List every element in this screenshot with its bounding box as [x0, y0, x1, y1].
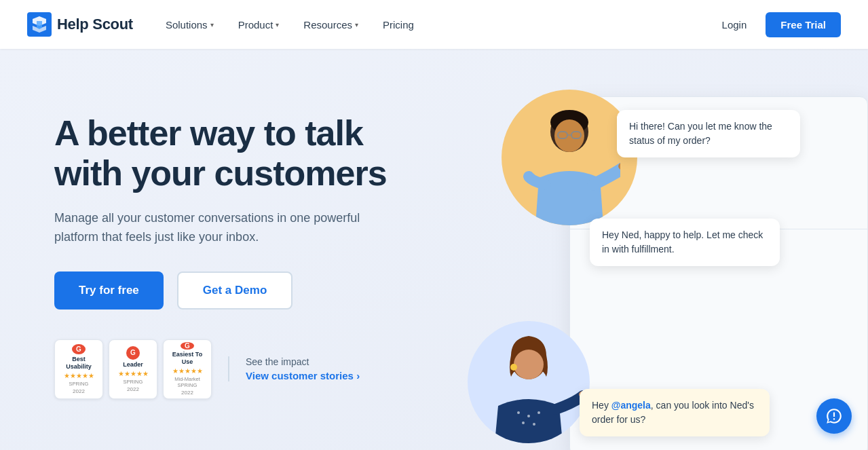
svg-point-10 — [510, 364, 517, 371]
nav-right: Login Free Trial — [714, 12, 841, 37]
svg-point-11 — [517, 411, 520, 414]
g2-logo-icon: G — [126, 346, 140, 360]
g2-logo-icon: G — [72, 344, 86, 354]
hero-buttons: Try for free Get a Demo — [54, 271, 434, 310]
impact-section: See the impact View customer stories › — [228, 356, 360, 381]
person-illustration-1 — [518, 96, 620, 225]
badge-stars: ★★★★★ — [172, 367, 203, 375]
chevron-down-icon: ▾ — [355, 21, 358, 29]
badge-year: 2022 — [181, 390, 193, 396]
logo-link[interactable]: Help Scout — [27, 12, 133, 37]
svg-point-15 — [533, 423, 535, 426]
badge-title: Best Usability — [59, 356, 98, 371]
get-demo-button[interactable]: Get a Demo — [177, 271, 293, 310]
nav-resources[interactable]: Resources ▾ — [293, 14, 369, 36]
free-trial-button[interactable]: Free Trial — [766, 12, 841, 37]
badge-year: 2022 — [73, 388, 85, 394]
badge-title: Easiest To Use — [168, 351, 207, 366]
nav-solutions[interactable]: Solutions ▾ — [155, 14, 225, 36]
try-for-free-button[interactable]: Try for free — [54, 271, 164, 310]
logo-text: Help Scout — [57, 16, 133, 33]
chat-bubble-2-text: Hey Ned, happy to help. Let me check in … — [602, 228, 768, 257]
badges-group: G Best Usability ★★★★★ SPRING 2022 G Lea… — [54, 339, 212, 399]
hero-heading: A better way to talk with your customers — [54, 113, 434, 192]
helpscout-logo-icon — [27, 12, 52, 37]
login-link[interactable]: Login — [714, 14, 755, 36]
badge-sub: SPRING — [69, 381, 89, 387]
badge-leader: G Leader ★★★★★ SPRING 2022 — [109, 339, 157, 399]
nav-product[interactable]: Product ▾ — [227, 14, 290, 36]
badge-easiest-to-use: G Easiest To Use ★★★★★ Mid-Market SPRING… — [163, 339, 212, 399]
chat-bubble-2: Hey Ned, happy to help. Let me check in … — [590, 219, 780, 266]
svg-point-14 — [522, 421, 525, 424]
badge-sub: SPRING — [124, 379, 143, 385]
svg-point-9 — [514, 350, 544, 379]
chat-support-button[interactable] — [816, 398, 852, 434]
chat-bubble-1-text: Hi there! Can you let me know the status… — [629, 119, 788, 148]
hero-section: A better way to talk with your customers… — [0, 49, 868, 450]
g2-logo-icon: G — [181, 342, 194, 350]
nav-pricing[interactable]: Pricing — [372, 14, 425, 36]
badge-year: 2022 — [127, 386, 139, 392]
hero-subtext: Manage all your customer conversations i… — [54, 209, 366, 247]
badge-stars: ★★★★★ — [118, 370, 149, 377]
badge-title: Leader — [123, 361, 143, 369]
impact-label: See the impact — [246, 356, 360, 367]
chat-bubble-1: Hi there! Can you let me know the status… — [617, 110, 800, 157]
badges-section: G Best Usability ★★★★★ SPRING 2022 G Lea… — [54, 339, 434, 399]
svg-point-13 — [537, 411, 540, 414]
hero-content-left: A better way to talk with your customers… — [54, 113, 434, 398]
hero-illustration: Hi there! Can you let me know the status… — [461, 69, 868, 450]
chevron-down-icon: ▾ — [210, 21, 214, 29]
badge-best-usability: G Best Usability ★★★★★ SPRING 2022 — [54, 339, 103, 399]
navbar: Help Scout Solutions ▾ Product ▾ Resourc… — [0, 0, 868, 49]
chat-bubble-3-text: Hey @angela, can you look into Ned's ord… — [592, 398, 757, 427]
view-customer-stories-link[interactable]: View customer stories › — [246, 370, 360, 381]
badge-sub: Mid-Market SPRING — [168, 376, 207, 388]
svg-point-12 — [527, 415, 530, 417]
avatar-person-1 — [502, 90, 637, 225]
svg-point-3 — [554, 119, 584, 152]
chevron-down-icon: ▾ — [276, 21, 279, 29]
nav-links: Solutions ▾ Product ▾ Resources ▾ Pricin… — [155, 14, 714, 36]
avatar-person-2 — [468, 321, 590, 443]
person-illustration-2 — [474, 328, 583, 443]
chat-bubble-3: Hey @angela, can you look into Ned's ord… — [580, 389, 770, 436]
badge-stars: ★★★★★ — [64, 372, 94, 379]
chat-icon — [825, 407, 843, 425]
